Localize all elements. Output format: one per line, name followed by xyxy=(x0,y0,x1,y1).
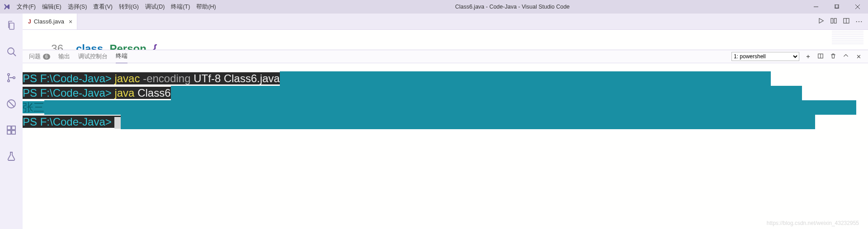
terminal-text: Class6 xyxy=(137,87,170,99)
menu-help[interactable]: 帮助(H) xyxy=(193,3,219,11)
svg-rect-14 xyxy=(7,131,11,134)
terminal-text: java xyxy=(114,87,134,99)
terminal-prompt: PS F:\Code-Java> xyxy=(23,72,112,84)
svg-rect-17 xyxy=(831,18,833,23)
split-compare-icon[interactable] xyxy=(830,17,837,26)
svg-rect-1 xyxy=(835,5,838,8)
svg-line-6 xyxy=(13,53,16,56)
code-token: class xyxy=(76,42,103,50)
panel-tab-terminal[interactable]: 终端 xyxy=(116,50,127,63)
more-icon[interactable]: ⋯ xyxy=(855,17,863,26)
window-minimize-button[interactable] xyxy=(806,0,826,14)
code-token: Person xyxy=(110,42,146,50)
code-editor[interactable]: 36class Person { 37 private String name;… xyxy=(23,30,868,50)
svg-point-9 xyxy=(13,77,15,79)
menu-select[interactable]: 选择(S) xyxy=(65,3,90,11)
svg-rect-12 xyxy=(7,126,11,130)
menu-file[interactable]: 文件(F) xyxy=(14,3,39,11)
svg-rect-2 xyxy=(835,5,839,8)
terminal-text: -encoding xyxy=(143,72,190,84)
terminal-output: 张三 xyxy=(23,101,44,113)
window-title: Class6.java - Code-Java - Visual Studio … xyxy=(219,4,806,10)
run-icon[interactable] xyxy=(817,17,825,26)
debug-icon[interactable] xyxy=(0,96,23,112)
code-token: { xyxy=(153,42,157,50)
svg-point-8 xyxy=(8,80,9,82)
terminal-text: javac xyxy=(114,72,140,84)
terminal-cursor xyxy=(114,117,121,129)
panel-tab-problems[interactable]: 问题 6 xyxy=(29,50,50,63)
terminal[interactable]: PS F:\Code-Java> javac -encoding UTf-8 C… xyxy=(23,63,868,229)
window-close-button[interactable] xyxy=(847,0,868,14)
search-icon[interactable] xyxy=(0,43,23,60)
terminal-prompt: PS F:\Code-Java> xyxy=(23,116,112,128)
explorer-icon[interactable] xyxy=(0,17,23,33)
activity-bar xyxy=(0,14,23,229)
vscode-logo-icon xyxy=(0,3,14,10)
svg-rect-15 xyxy=(12,131,15,134)
panel-tab-label: 问题 xyxy=(29,53,41,61)
window-maximize-button[interactable] xyxy=(826,0,847,14)
title-bar: 文件(F) 编辑(E) 选择(S) 查看(V) 转到(G) 调试(D) 终端(T… xyxy=(0,0,868,14)
svg-marker-16 xyxy=(819,18,823,23)
new-terminal-icon[interactable]: ＋ xyxy=(804,53,812,61)
maximize-panel-icon[interactable] xyxy=(842,53,850,61)
tab-label: Class6.java xyxy=(34,18,64,25)
close-tab-icon[interactable]: × xyxy=(67,18,72,25)
source-control-icon[interactable] xyxy=(0,70,23,86)
svg-point-5 xyxy=(8,48,14,54)
menu-bar: 文件(F) 编辑(E) 选择(S) 查看(V) 转到(G) 调试(D) 终端(T… xyxy=(14,3,219,11)
editor-group: J Class6.java × ⋯ 36class Person { 37 pr… xyxy=(23,14,868,229)
menu-terminal[interactable]: 终端(T) xyxy=(168,3,193,11)
extensions-icon[interactable] xyxy=(0,122,23,138)
panel-header: 问题 6 输出 调试控制台 终端 1: powershell ＋ ✕ xyxy=(23,50,868,63)
terminal-selector[interactable]: 1: powershell xyxy=(731,52,799,61)
minimap[interactable] xyxy=(832,31,863,45)
editor-tabs: J Class6.java × ⋯ xyxy=(23,14,868,30)
kill-terminal-icon[interactable] xyxy=(829,53,837,61)
terminal-text: UTf-8 Class6.java xyxy=(193,72,280,84)
menu-goto[interactable]: 转到(G) xyxy=(116,3,142,11)
terminal-prompt: PS F:\Code-Java> xyxy=(23,87,112,99)
test-beaker-icon[interactable] xyxy=(0,148,23,164)
line-number: 36 xyxy=(41,42,63,50)
svg-point-7 xyxy=(8,74,9,75)
menu-debug[interactable]: 调试(D) xyxy=(142,3,168,11)
svg-rect-18 xyxy=(834,18,836,23)
menu-edit[interactable]: 编辑(E) xyxy=(39,3,65,11)
panel-tab-output[interactable]: 输出 xyxy=(58,50,70,63)
split-terminal-icon[interactable] xyxy=(816,53,825,61)
split-editor-icon[interactable] xyxy=(843,17,850,26)
svg-line-11 xyxy=(9,101,14,107)
java-file-icon: J xyxy=(28,19,31,25)
problems-count-badge: 6 xyxy=(43,54,50,60)
close-panel-icon[interactable]: ✕ xyxy=(854,53,863,60)
tab-class6-java[interactable]: J Class6.java × xyxy=(23,14,77,29)
panel-tab-debug-console[interactable]: 调试控制台 xyxy=(78,50,108,63)
menu-view[interactable]: 查看(V) xyxy=(90,3,116,11)
watermark-text: https://blog.csdn.net/weixin_43232955 xyxy=(767,220,859,226)
svg-rect-13 xyxy=(12,126,15,130)
